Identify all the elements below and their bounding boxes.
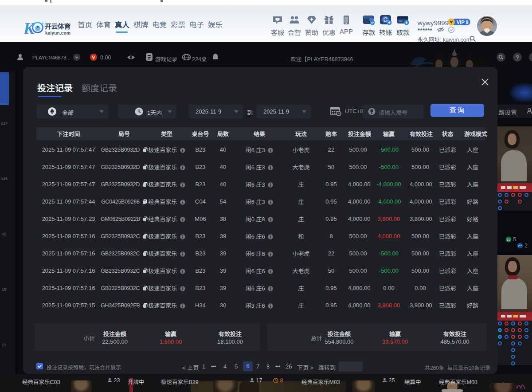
svg-text:?: ? bbox=[516, 55, 519, 61]
svg-text:K: K bbox=[24, 20, 35, 35]
svg-text:VIP 9: VIP 9 bbox=[457, 20, 469, 25]
svg-text:10: 10 bbox=[507, 238, 511, 242]
